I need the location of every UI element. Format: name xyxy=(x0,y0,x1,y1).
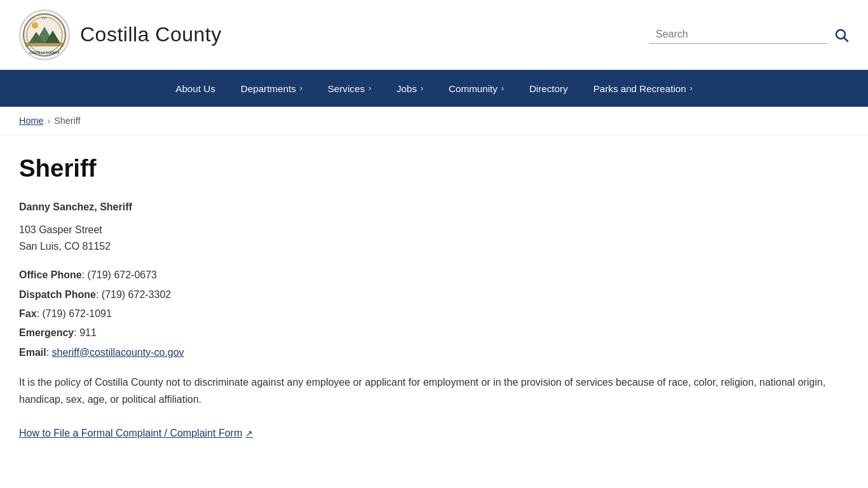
email-row: Email: sheriff@costillacounty-co.gov xyxy=(19,343,849,362)
nav-item-about-us[interactable]: About Us xyxy=(163,70,227,107)
office-phone-label: Office Phone xyxy=(19,269,82,280)
dispatch-phone-label: Dispatch Phone xyxy=(19,289,96,300)
emergency-value: : 911 xyxy=(74,327,97,338)
search-icon xyxy=(834,27,849,43)
svg-text:COSTILLA COUNTY: COSTILLA COUNTY xyxy=(29,51,60,55)
nav-item-parks[interactable]: Parks and Recreation › xyxy=(581,70,705,107)
nav-label-departments: Departments xyxy=(241,83,296,94)
policy-text: It is the policy of Costilla County not … xyxy=(19,374,849,408)
page-title: Sheriff xyxy=(19,154,849,182)
office-phone-value: : (719) 672-0673 xyxy=(82,269,157,280)
nav-item-jobs[interactable]: Jobs › xyxy=(384,70,436,107)
address-block: 103 Gasper Street San Luis, CO 81152 xyxy=(19,222,849,254)
nav-label-about-us: About Us xyxy=(175,83,215,94)
main-content: Sheriff Danny Sanchez, Sheriff 103 Gaspe… xyxy=(0,135,868,464)
svg-rect-6 xyxy=(25,43,64,46)
logo: COSTILLA COUNTY EST. xyxy=(19,10,70,60)
fax-value: : (719) 672-1091 xyxy=(37,308,112,319)
nav-item-directory[interactable]: Directory xyxy=(517,70,581,107)
nav-label-parks: Parks and Recreation xyxy=(593,83,686,94)
svg-text:EST.: EST. xyxy=(42,17,47,20)
address-line1: 103 Gasper Street xyxy=(19,222,849,238)
address-line2: San Luis, CO 81152 xyxy=(19,238,849,255)
nav-label-services: Services xyxy=(328,83,365,94)
external-link-icon: ↗ xyxy=(245,428,253,438)
chevron-icon-departments: › xyxy=(300,84,302,93)
search-button[interactable] xyxy=(834,27,849,43)
nav-label-directory: Directory xyxy=(529,83,568,94)
dispatch-phone-row: Dispatch Phone: (719) 672-3302 xyxy=(19,285,849,304)
fax-row: Fax: (719) 672-1091 xyxy=(19,304,849,323)
dispatch-phone-value: : (719) 672-3302 xyxy=(96,289,171,300)
site-header: COSTILLA COUNTY EST. Costilla County xyxy=(0,0,868,70)
emergency-label: Emergency xyxy=(19,327,74,338)
chevron-icon-parks: › xyxy=(690,84,693,93)
chevron-icon-services: › xyxy=(369,84,371,93)
nav-label-community: Community xyxy=(449,83,498,94)
emergency-row: Emergency: 911 xyxy=(19,323,849,342)
complaint-link-label: How to File a Formal Complaint / Complai… xyxy=(19,428,242,439)
header-left: COSTILLA COUNTY EST. Costilla County xyxy=(19,10,222,60)
office-phone-row: Office Phone: (719) 672-0673 xyxy=(19,266,849,285)
breadcrumb: Home › Sheriff xyxy=(0,107,868,135)
nav-label-jobs: Jobs xyxy=(397,83,417,94)
chevron-icon-jobs: › xyxy=(421,84,423,93)
email-link[interactable]: sheriff@costillacounty-co.gov xyxy=(52,347,184,358)
fax-label: Fax xyxy=(19,308,37,319)
breadcrumb-home-link[interactable]: Home xyxy=(19,116,43,126)
logo-svg: COSTILLA COUNTY EST. xyxy=(22,13,67,57)
contact-name: Danny Sanchez, Sheriff xyxy=(19,201,849,213)
breadcrumb-separator: › xyxy=(47,116,50,126)
svg-point-5 xyxy=(32,22,38,29)
main-nav: About Us Departments › Services › Jobs ›… xyxy=(0,70,868,107)
search-input[interactable] xyxy=(649,25,827,44)
svg-line-10 xyxy=(844,37,848,41)
chevron-icon-community: › xyxy=(501,84,504,93)
header-right xyxy=(649,25,849,44)
complaint-link[interactable]: How to File a Formal Complaint / Complai… xyxy=(19,428,253,439)
site-title: Costilla County xyxy=(80,23,222,46)
nav-item-departments[interactable]: Departments › xyxy=(228,70,315,107)
email-label: Email xyxy=(19,347,46,358)
nav-item-community[interactable]: Community › xyxy=(436,70,517,107)
nav-item-services[interactable]: Services › xyxy=(315,70,384,107)
contact-details: Office Phone: (719) 672-0673 Dispatch Ph… xyxy=(19,266,849,362)
breadcrumb-current: Sheriff xyxy=(54,116,80,126)
